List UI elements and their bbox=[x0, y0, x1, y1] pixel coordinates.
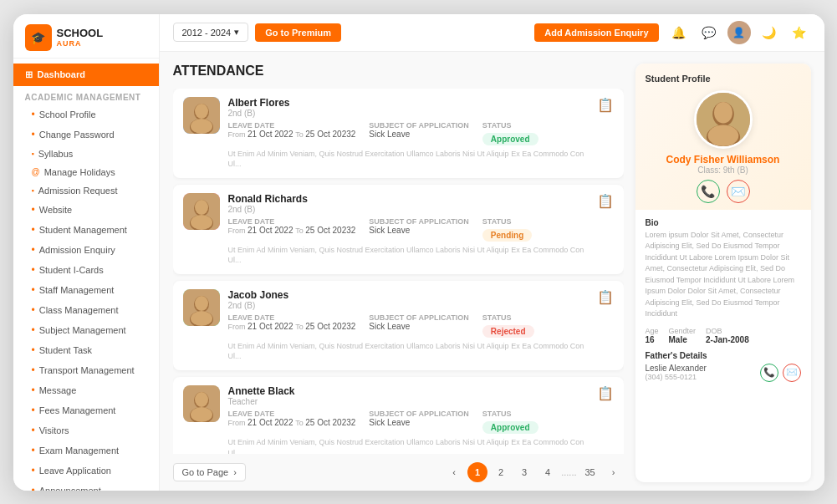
announcement-label: Announcement bbox=[39, 486, 101, 491]
profile-name: Cody Fisher Williamson bbox=[666, 154, 780, 165]
status-section: Status Approved bbox=[482, 410, 538, 434]
from-to-dates: From 21 Oct 2022 To 25 Oct 20232 bbox=[228, 226, 356, 235]
page-button-1[interactable]: 1 bbox=[467, 462, 487, 482]
sidebar-item-student-task[interactable]: Student Task bbox=[13, 340, 159, 360]
card-document-icon[interactable]: 📋 bbox=[597, 193, 614, 209]
year-select[interactable]: 2012 - 2024 ▾ bbox=[173, 23, 249, 42]
sidebar-item-fees-management[interactable]: Fees Management bbox=[13, 400, 159, 420]
left-panel: ATTENDANCE Albert Flores 2nd (B) Leave D… bbox=[173, 64, 624, 482]
svg-point-13 bbox=[195, 296, 208, 311]
profile-email-button[interactable]: ✉️ bbox=[727, 180, 750, 203]
page-button-3[interactable]: 3 bbox=[514, 462, 534, 482]
from-date: 21 Oct 2022 bbox=[248, 226, 293, 235]
bio-text: Lorem ipsum Dolor Sit Amet, Consectetur … bbox=[646, 230, 801, 320]
school-profile-label: School Profile bbox=[39, 109, 96, 120]
syllabus-label: Syllabus bbox=[38, 149, 74, 159]
theme-toggle-button[interactable]: 🌙 bbox=[758, 21, 781, 44]
page-button-4[interactable]: 4 bbox=[538, 462, 558, 482]
transport-management-label: Transport Management bbox=[39, 365, 135, 375]
topbar-icons: 🔔 💬 👤 🌙 ⭐ bbox=[667, 21, 811, 44]
sidebar-item-leave-application[interactable]: Leave Application bbox=[13, 461, 159, 481]
from-label: From bbox=[228, 130, 248, 139]
visitors-label: Visitors bbox=[39, 425, 69, 435]
leave-date-group: Leave Date From 21 Oct 2022 To 25 Oct 20… bbox=[228, 217, 356, 235]
page-numbers: ‹ 1 2 3 4 ...... 35 › bbox=[444, 462, 623, 482]
father-email-button[interactable]: ✉️ bbox=[783, 364, 801, 382]
father-phone: (304) 555-0121 bbox=[646, 373, 707, 381]
leave-date-label: Leave Date bbox=[228, 410, 356, 418]
status-label: Status bbox=[482, 410, 538, 418]
card-description: Ut Enim Ad Minim Veniam, Quis Nostrud Ex… bbox=[228, 245, 585, 266]
staff-management-label: Staff Management bbox=[39, 285, 115, 295]
sidebar-item-class-management[interactable]: Class Management bbox=[13, 300, 159, 320]
right-panel: Student Profile Cody Fisher Williamson C… bbox=[635, 64, 811, 482]
add-admission-button[interactable]: Add Admission Enquiry bbox=[534, 23, 658, 42]
sidebar-item-student-icards[interactable]: Student I-Cards bbox=[13, 260, 159, 280]
leave-date-group: Leave Date From 21 Oct 2022 To 25 Oct 20… bbox=[228, 410, 356, 427]
sidebar-item-exam-management[interactable]: Exam Management bbox=[13, 440, 159, 461]
sidebar-item-change-password[interactable]: Change Password bbox=[13, 125, 159, 145]
user-avatar[interactable]: 👤 bbox=[727, 21, 751, 44]
card-details: Leave Date From 21 Oct 2022 To 25 Oct 20… bbox=[228, 217, 585, 242]
svg-point-18 bbox=[195, 392, 208, 407]
to-date: 25 Oct 20232 bbox=[305, 226, 355, 235]
sidebar-item-student-management[interactable]: Student Management bbox=[13, 220, 159, 240]
page-title: ATTENDANCE bbox=[173, 64, 624, 79]
sidebar-item-dashboard[interactable]: ⊞ Dashboard bbox=[13, 64, 159, 86]
sidebar-item-visitors[interactable]: Visitors bbox=[13, 420, 159, 440]
to-label: To bbox=[295, 419, 305, 427]
profile-title: Student Profile bbox=[646, 74, 711, 84]
sidebar-item-message[interactable]: Message bbox=[13, 380, 159, 400]
logo-area: 🎓 SCHOOL AURA bbox=[13, 14, 159, 59]
prev-page-button[interactable]: ‹ bbox=[444, 462, 464, 482]
subject-value: Sick Leave bbox=[369, 130, 469, 139]
sidebar-item-announcement[interactable]: Announcement bbox=[13, 481, 159, 491]
from-to-dates: From 21 Oct 2022 To 25 Oct 20232 bbox=[228, 322, 356, 331]
student-management-label: Student Management bbox=[39, 225, 127, 235]
father-phone-button[interactable]: 📞 bbox=[760, 364, 778, 382]
status-badge: Rejected bbox=[482, 325, 534, 338]
sidebar-item-syllabus[interactable]: Syllabus bbox=[13, 145, 159, 163]
card-document-icon[interactable]: 📋 bbox=[597, 289, 614, 305]
page-button-35[interactable]: 35 bbox=[580, 462, 600, 482]
bio-label: Bio bbox=[646, 218, 801, 227]
card-details: Leave Date From 21 Oct 2022 To 25 Oct 20… bbox=[228, 410, 585, 434]
profile-actions: 📞 ✉️ bbox=[697, 180, 750, 203]
sidebar-item-staff-management[interactable]: Staff Management bbox=[13, 280, 159, 300]
premium-button[interactable]: Go to Premium bbox=[255, 23, 341, 42]
next-page-button[interactable]: › bbox=[604, 462, 624, 482]
bell-icon-button[interactable]: 🔔 bbox=[667, 21, 691, 44]
leave-application-label: Leave Application bbox=[39, 466, 111, 476]
card-details: Leave Date From 21 Oct 2022 To 25 Oct 20… bbox=[228, 121, 585, 145]
dob-label: DOB bbox=[706, 327, 749, 335]
student-grade: 2nd (B) bbox=[228, 109, 585, 118]
status-label: Status bbox=[482, 217, 532, 226]
chat-icon-button[interactable]: 💬 bbox=[697, 21, 721, 44]
table-row: Jacob Jones 2nd (B) Leave Date From 21 O… bbox=[173, 281, 624, 370]
page-button-2[interactable]: 2 bbox=[491, 462, 511, 482]
card-document-icon[interactable]: 📋 bbox=[597, 97, 614, 113]
sidebar-item-admission-request[interactable]: Admission Request bbox=[13, 181, 159, 200]
profile-phone-button[interactable]: 📞 bbox=[697, 180, 720, 203]
sidebar-item-manage-holidays[interactable]: Manage Holidays bbox=[13, 163, 159, 181]
favorite-button[interactable]: ⭐ bbox=[788, 21, 811, 44]
logo-icon: 🎓 bbox=[25, 24, 52, 51]
fees-management-label: Fees Management bbox=[39, 405, 116, 415]
subject-value: Sick Leave bbox=[369, 322, 469, 331]
section-academic-management: Academic Management bbox=[13, 86, 159, 104]
sidebar-item-transport-management[interactable]: Transport Management bbox=[13, 360, 159, 380]
student-grade: Teacher bbox=[228, 397, 585, 406]
sidebar-item-subject-management[interactable]: Subject Management bbox=[13, 320, 159, 340]
main-area: 2012 - 2024 ▾ Go to Premium Add Admissio… bbox=[160, 14, 824, 491]
sidebar-item-website[interactable]: Website bbox=[13, 200, 159, 220]
sidebar-item-school-profile[interactable]: School Profile bbox=[13, 104, 159, 125]
svg-point-9 bbox=[191, 215, 212, 230]
from-to-dates: From 21 Oct 2022 To 25 Oct 20232 bbox=[228, 418, 356, 427]
goto-page-button[interactable]: Go to Page › bbox=[173, 463, 246, 481]
subject-value: Sick Leave bbox=[369, 418, 469, 427]
father-name: Leslie Alexander bbox=[646, 364, 707, 373]
sidebar-item-admission-enquiry[interactable]: Admission Enquiry bbox=[13, 240, 159, 260]
card-document-icon[interactable]: 📋 bbox=[597, 385, 614, 401]
student-avatar bbox=[183, 385, 220, 422]
to-label: To bbox=[295, 227, 305, 235]
